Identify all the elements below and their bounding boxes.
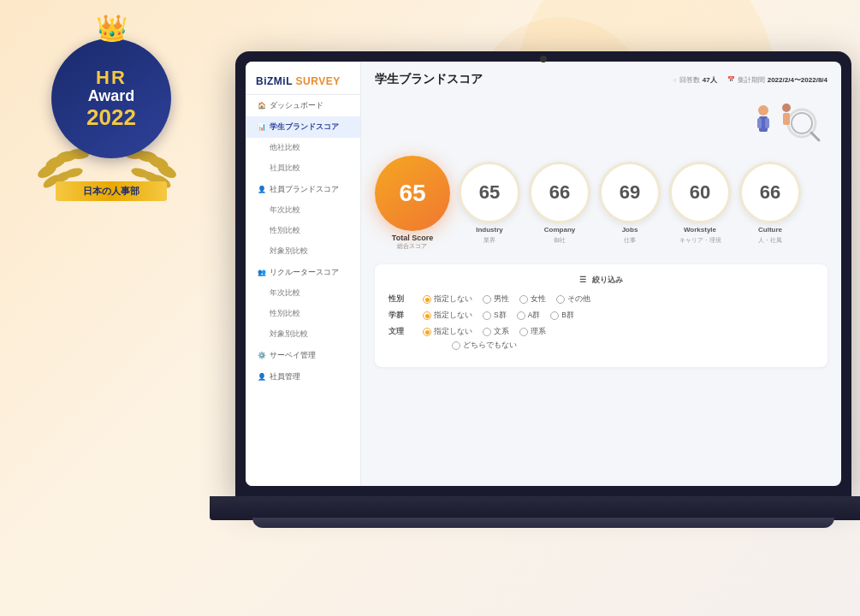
scores-container: 65 Total Score 総合スコア 65: [375, 98, 827, 251]
laptop-base: [210, 496, 860, 520]
sidebar-item-employee-compare[interactable]: 社員比較: [246, 158, 360, 179]
badge-award-text: Award: [88, 87, 135, 106]
group-option-0[interactable]: 指定しない: [423, 311, 472, 321]
laptop-screen-inner: BiZMiL SURVEY 🏠 ダッシュボード 📊 学生ブランドスコア 他社比較…: [246, 62, 841, 486]
radio-dot: [483, 328, 491, 336]
sidebar-item-employee-mgmt[interactable]: 👤 社員管理: [246, 366, 360, 388]
score-culture: 66 Culture 人・社風: [739, 162, 801, 245]
page-title: 学生ブランドスコア: [375, 72, 483, 87]
laptop-base-bottom: [252, 518, 834, 528]
svg-point-22: [782, 104, 791, 112]
group-option-1[interactable]: S群: [483, 311, 507, 321]
svg-point-15: [758, 105, 768, 116]
scores-row: 65 Total Score 総合スコア 65: [375, 156, 827, 251]
laptop-screen-outer: BiZMiL SURVEY 🏠 ダッシュボード 📊 学生ブランドスコア 他社比較…: [235, 51, 851, 496]
sidebar-item-recruiter-yearly[interactable]: 年次比較: [246, 283, 360, 304]
radio-dot: [517, 311, 525, 320]
total-circle: 65: [375, 156, 450, 231]
svg-line-21: [811, 133, 819, 140]
sidebar-item-yearly[interactable]: 年次比較: [246, 200, 360, 221]
sidebar-item-recruiter-gender[interactable]: 性別比較: [246, 304, 360, 324]
radio-dot: [550, 311, 559, 320]
illus-wrapper: [375, 98, 827, 149]
app-main: 学生ブランドスコア ○ 回答数 47人 📅 集計期間 2022/2/4〜2022…: [361, 62, 841, 486]
sidebar-item-dashboard[interactable]: 🏠 ダッシュボード: [246, 95, 360, 116]
score-total: 65 Total Score 総合スコア: [375, 156, 450, 251]
gender-radio-group: 指定しない 男性 女性: [423, 294, 590, 305]
arts-option-3[interactable]: どちらでもない: [452, 341, 517, 351]
badge-ribbon: 日本の人事部: [56, 181, 167, 201]
filter-section: ☰ 絞り込み 性別 指定しない 男性: [375, 264, 827, 367]
radio-dot: [519, 328, 528, 336]
radio-dot: [519, 295, 528, 304]
score-company: 66 Company 御社: [529, 162, 590, 245]
illustration-svg: [750, 98, 827, 149]
radio-dot: [452, 341, 460, 350]
radio-dot: [483, 295, 491, 304]
filter-arts-label: 文理: [388, 327, 412, 337]
arts-option-2[interactable]: 理系: [519, 327, 546, 337]
gender-option-3[interactable]: その他: [556, 294, 590, 305]
radio-dot: [556, 295, 565, 304]
badge-circle: HR Award 2022: [51, 38, 171, 158]
jobs-circle: 69: [599, 162, 661, 223]
arts-option-0[interactable]: 指定しない: [423, 327, 472, 337]
sidebar-item-recruiter[interactable]: 👥 リクルータースコア: [246, 262, 360, 283]
industry-circle: 65: [459, 162, 520, 223]
radio-dot: [483, 311, 491, 320]
score-industry: 65 Industry 業界: [459, 162, 520, 245]
radio-dot: [423, 295, 431, 304]
filter-gender-label: 性別: [388, 294, 412, 305]
group-radio-group: 指定しない S群 A群: [423, 311, 574, 321]
svg-rect-18: [765, 118, 769, 128]
badge-crown: 👑: [96, 13, 128, 43]
sidebar-item-survey-mgmt[interactable]: ⚙️ サーベイ管理: [246, 345, 360, 366]
score-jobs: 69 Jobs 仕事: [599, 162, 661, 245]
filter-gender-row: 性別 指定しない 男性 女: [388, 294, 814, 305]
radio-dot: [423, 311, 431, 320]
gender-option-1[interactable]: 男性: [483, 294, 509, 305]
sidebar-item-other-company[interactable]: 他社比較: [246, 138, 360, 158]
filter-group-row: 学群 指定しない S群 A: [388, 311, 814, 321]
laptop-camera: [540, 56, 547, 62]
group-option-2[interactable]: A群: [517, 311, 541, 321]
total-label: Total Score 総合スコア: [392, 234, 433, 251]
radio-dot: [423, 328, 431, 336]
filter-arts-row: 文理 指定しない 文系: [388, 327, 814, 351]
meta-period: 📅 集計期間 2022/2/4〜2022/8/4: [727, 75, 827, 85]
company-circle: 66: [529, 162, 590, 223]
sidebar-item-gender[interactable]: 性別比較: [246, 221, 360, 241]
sidebar-item-employee-brand[interactable]: 👤 社員ブランドスコア: [246, 179, 360, 200]
app-meta: ○ 回答数 47人 📅 集計期間 2022/2/4〜2022/8/4: [673, 75, 827, 85]
svg-point-20: [792, 113, 812, 133]
filter-title: ☰ 絞り込み: [388, 275, 814, 286]
culture-circle: 66: [739, 162, 801, 223]
app-logo: BiZMiL SURVEY: [256, 75, 341, 87]
app-sidebar: BiZMiL SURVEY 🏠 ダッシュボード 📊 学生ブランドスコア 他社比較…: [246, 62, 361, 486]
laptop: BiZMiL SURVEY 🏠 ダッシュボード 📊 学生ブランドスコア 他社比較…: [235, 51, 860, 582]
arts-option-1[interactable]: 文系: [483, 327, 509, 337]
sidebar-item-target[interactable]: 対象別比較: [246, 241, 360, 262]
sidebar-item-recruiter-target[interactable]: 対象別比較: [246, 324, 360, 345]
award-badge: 👑 HR Award 2022 日本の人事部: [26, 26, 197, 214]
filter-group-label: 学群: [388, 311, 412, 321]
svg-rect-23: [783, 113, 790, 125]
gender-option-2[interactable]: 女性: [519, 294, 546, 305]
app-topbar: BiZMiL SURVEY: [246, 68, 360, 95]
group-option-3[interactable]: B群: [550, 311, 574, 321]
arts-radio-group: 指定しない 文系 理系: [423, 327, 546, 351]
gender-option-0[interactable]: 指定しない: [423, 294, 472, 305]
workstyle-circle: 60: [669, 162, 731, 223]
badge-year-text: 2022: [86, 106, 136, 128]
score-workstyle: 60 Workstyle キャリア・理境: [669, 162, 731, 245]
meta-responses: ○ 回答数 47人: [673, 75, 717, 85]
svg-rect-17: [757, 118, 762, 128]
badge-hr-text: HR: [96, 68, 127, 87]
sidebar-item-student-brand[interactable]: 📊 学生ブランドスコア: [246, 116, 360, 138]
app-header: 学生ブランドスコア ○ 回答数 47人 📅 集計期間 2022/2/4〜2022…: [375, 72, 827, 87]
